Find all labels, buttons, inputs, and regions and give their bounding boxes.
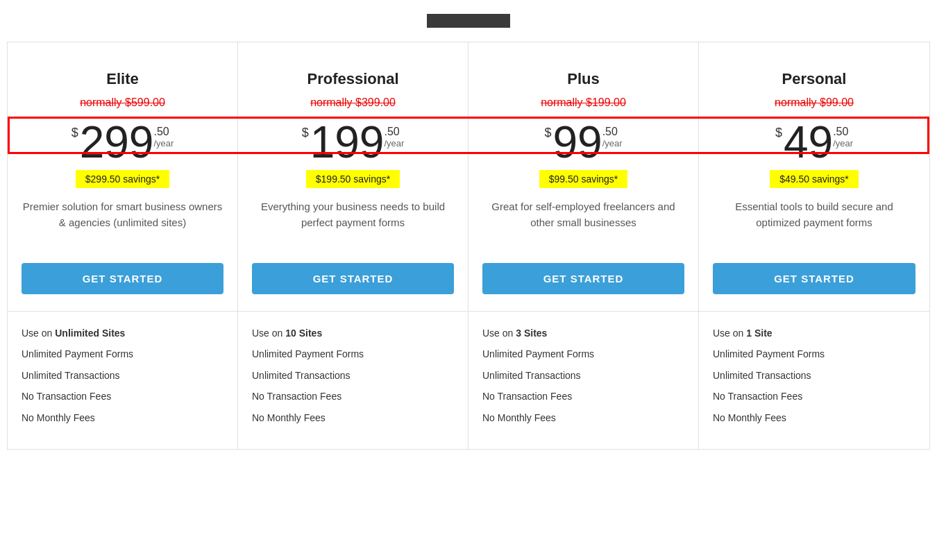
plan-description: Everything your business needs to build … xyxy=(252,199,454,249)
pricing-col-elite: Elitenormally $599.00$299.50/year$299.50… xyxy=(8,42,238,449)
per-year: /year xyxy=(602,138,623,149)
list-item: Unlimited Transactions xyxy=(482,365,684,386)
price-decimal-year: .50/year xyxy=(153,126,174,149)
decimal-part: .50 xyxy=(833,126,848,138)
divider xyxy=(468,311,698,312)
pricing-col-professional: Professionalnormally $399.00$199.50/year… xyxy=(238,42,468,449)
current-price-row: $49.50/year xyxy=(713,120,915,164)
list-item: No Transaction Fees xyxy=(22,386,223,407)
list-item: Unlimited Payment Forms xyxy=(22,343,223,364)
original-price: normally $99.00 xyxy=(713,96,915,109)
price-decimal-year: .50/year xyxy=(602,126,623,149)
pricing-wrapper: Elitenormally $599.00$299.50/year$299.50… xyxy=(7,14,930,450)
decimal-part: .50 xyxy=(153,126,169,138)
list-item: Unlimited Transactions xyxy=(22,365,223,386)
original-price: normally $399.00 xyxy=(252,96,454,109)
feature-list: Use on 3 SitesUnlimited Payment FormsUnl… xyxy=(482,323,684,428)
get-started-button[interactable]: GET STARTED xyxy=(482,263,684,294)
plan-description: Premier solution for smart business owne… xyxy=(22,199,223,249)
list-item: Use on 3 Sites xyxy=(482,323,684,343)
divider xyxy=(238,311,468,312)
original-price-wrapper: normally $199.00 xyxy=(482,96,684,109)
feature-list: Use on 10 SitesUnlimited Payment FormsUn… xyxy=(252,323,454,428)
plan-name: Personal xyxy=(713,63,915,88)
dollar-sign: $ xyxy=(544,126,551,140)
per-year: /year xyxy=(833,138,853,149)
current-price-row: $299.50/year xyxy=(22,120,223,164)
decimal-part: .50 xyxy=(602,126,618,138)
get-started-button[interactable]: GET STARTED xyxy=(22,263,223,294)
main-price: 199 xyxy=(310,120,385,164)
list-item: Use on 10 Sites xyxy=(252,323,454,343)
current-price-row: $99.50/year xyxy=(482,120,684,164)
savings-badge: $99.50 savings* xyxy=(539,170,628,188)
list-item: No Transaction Fees xyxy=(713,386,915,407)
list-item: Use on 1 Site xyxy=(713,323,915,343)
list-item: Unlimited Payment Forms xyxy=(252,343,454,364)
main-price: 99 xyxy=(552,120,602,164)
list-item: No Monthly Fees xyxy=(482,407,684,428)
current-price-row: $199.50/year xyxy=(252,120,454,164)
list-item: Unlimited Payment Forms xyxy=(713,343,915,364)
feature-list: Use on 1 SiteUnlimited Payment FormsUnli… xyxy=(713,323,915,428)
list-item: No Monthly Fees xyxy=(252,407,454,428)
original-price-wrapper: normally $399.00 xyxy=(252,96,454,109)
pricing-grid-outer: Elitenormally $599.00$299.50/year$299.50… xyxy=(7,42,930,450)
feature-list: Use on Unlimited SitesUnlimited Payment … xyxy=(22,323,223,428)
plan-name: Elite xyxy=(22,63,223,88)
plan-description: Great for self-employed freelancers and … xyxy=(482,199,684,249)
savings-badge: $49.50 savings* xyxy=(770,170,859,188)
list-item: No Monthly Fees xyxy=(22,407,223,428)
original-price: normally $199.00 xyxy=(482,96,684,109)
list-item: Unlimited Transactions xyxy=(713,365,915,386)
per-year: /year xyxy=(153,138,174,149)
price-decimal-year: .50/year xyxy=(384,126,404,149)
dollar-sign: $ xyxy=(775,126,782,140)
main-price: 299 xyxy=(80,120,154,164)
divider xyxy=(8,311,237,312)
list-item: Unlimited Transactions xyxy=(252,365,454,386)
plan-name: Plus xyxy=(482,63,684,88)
divider xyxy=(699,311,929,312)
main-price: 49 xyxy=(784,120,833,164)
pricing-col-plus: Plusnormally $199.00$99.50/year$99.50 sa… xyxy=(468,42,699,449)
price-decimal-year: .50/year xyxy=(833,126,853,149)
original-price-wrapper: normally $599.00 xyxy=(22,96,223,109)
decimal-part: .50 xyxy=(384,126,399,138)
best-deal-banner xyxy=(427,14,510,28)
original-price: normally $599.00 xyxy=(22,96,223,109)
savings-badge: $299.50 savings* xyxy=(76,170,169,188)
get-started-button[interactable]: GET STARTED xyxy=(252,263,454,294)
savings-badge: $199.50 savings* xyxy=(306,170,400,188)
pricing-col-personal: Personalnormally $99.00$49.50/year$49.50… xyxy=(699,42,929,449)
list-item: No Transaction Fees xyxy=(482,386,684,407)
get-started-button[interactable]: GET STARTED xyxy=(713,263,915,294)
list-item: Use on Unlimited Sites xyxy=(22,323,223,343)
dollar-sign: $ xyxy=(71,126,78,140)
original-price-wrapper: normally $99.00 xyxy=(713,96,915,109)
pricing-grid: Elitenormally $599.00$299.50/year$299.50… xyxy=(7,42,930,450)
list-item: Unlimited Payment Forms xyxy=(482,343,684,364)
plan-name: Professional xyxy=(252,63,454,88)
per-year: /year xyxy=(384,138,404,149)
dollar-sign: $ xyxy=(302,126,309,140)
list-item: No Monthly Fees xyxy=(713,407,915,428)
list-item: No Transaction Fees xyxy=(252,386,454,407)
plan-description: Essential tools to build secure and opti… xyxy=(713,199,915,249)
